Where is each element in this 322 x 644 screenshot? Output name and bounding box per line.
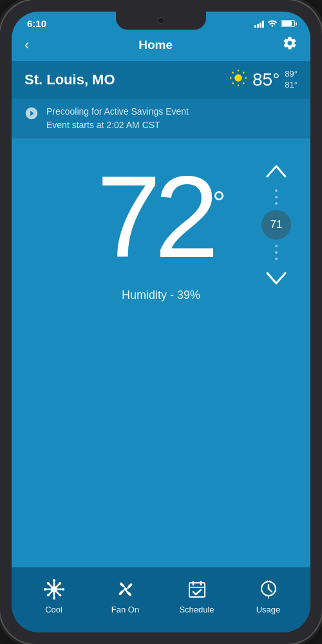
savings-notification: Precooling for Active Savings Event Even…: [12, 99, 310, 139]
savings-text: Precooling for Active Savings Event Even…: [46, 105, 189, 132]
set-temp-badge: 71: [261, 210, 291, 240]
low-temp: 81°: [285, 80, 298, 91]
notch: [116, 12, 206, 30]
screen-content: 6:10: [12, 12, 310, 632]
svg-point-17: [46, 582, 49, 585]
dots-spacer-bottom: [275, 240, 278, 265]
svg-point-14: [53, 597, 55, 600]
location-name: St. Louis, MO: [24, 71, 115, 88]
svg-line-31: [267, 581, 267, 582]
back-button[interactable]: ‹: [24, 37, 29, 53]
svg-point-16: [62, 588, 64, 591]
svg-rect-23: [189, 583, 205, 597]
nav-item-cool[interactable]: Cool: [18, 578, 90, 614]
svg-point-15: [44, 588, 46, 591]
schedule-icon: [185, 578, 209, 601]
thermostat-area: 71 72: [12, 139, 310, 567]
svg-point-18: [59, 594, 61, 596]
svg-point-13: [53, 579, 55, 582]
svg-line-3: [232, 72, 234, 73]
savings-line2: Event starts at 2:02 AM CST: [46, 118, 189, 132]
dots-spacer-top: [275, 184, 278, 210]
svg-point-20: [46, 594, 49, 596]
status-time: 6:10: [27, 18, 46, 29]
wifi-icon: [267, 18, 278, 29]
phone-shell: 6:10: [0, 0, 322, 644]
header-title: Home: [138, 38, 173, 52]
svg-line-32: [270, 581, 270, 582]
header: ‹ Home: [12, 32, 310, 61]
weather-info: 85° 89° 81°: [229, 69, 298, 91]
battery-icon: [281, 20, 295, 27]
svg-line-8: [243, 72, 244, 73]
cool-icon: [43, 578, 66, 601]
humidity-display: Humidity - 39%: [122, 289, 200, 302]
settings-icon[interactable]: [282, 35, 298, 55]
signal-icon: [254, 20, 264, 28]
nav-item-usage[interactable]: Usage: [232, 578, 304, 614]
svg-point-22: [124, 588, 127, 591]
usage-icon: [257, 578, 280, 601]
temp-range: 89° 81°: [285, 69, 298, 91]
temp-up-button[interactable]: [263, 158, 289, 184]
temp-controls: 71: [261, 158, 291, 291]
schedule-label: Schedule: [179, 605, 214, 614]
cool-label: Cool: [45, 605, 62, 614]
fan-icon: [114, 578, 137, 601]
camera-dot: [158, 17, 164, 24]
high-temp: 89°: [285, 69, 298, 80]
svg-point-30: [267, 588, 269, 590]
bottom-nav: Cool Fan On: [12, 567, 310, 632]
nav-item-schedule[interactable]: Schedule: [161, 578, 232, 614]
temp-down-button[interactable]: [263, 265, 289, 291]
temperature-display: 72 °: [97, 165, 225, 269]
main-content: 71 72: [12, 139, 310, 632]
degree-symbol: °: [213, 184, 225, 222]
svg-line-4: [243, 82, 244, 84]
sun-icon: [229, 69, 247, 91]
fan-label: Fan On: [111, 605, 139, 614]
phone-screen: 6:10: [12, 12, 310, 632]
savings-line1: Precooling for Active Savings Event: [46, 105, 189, 118]
status-icons: [254, 18, 295, 29]
svg-line-7: [232, 82, 234, 84]
savings-icon: [24, 106, 39, 124]
svg-point-0: [234, 74, 242, 82]
location-bar: St. Louis, MO: [12, 61, 310, 99]
current-temp-display: 85°: [252, 70, 279, 90]
usage-label: Usage: [256, 605, 281, 614]
thermostat-temp: 72: [97, 165, 213, 269]
svg-point-19: [59, 582, 61, 585]
nav-item-fan[interactable]: Fan On: [90, 578, 161, 614]
